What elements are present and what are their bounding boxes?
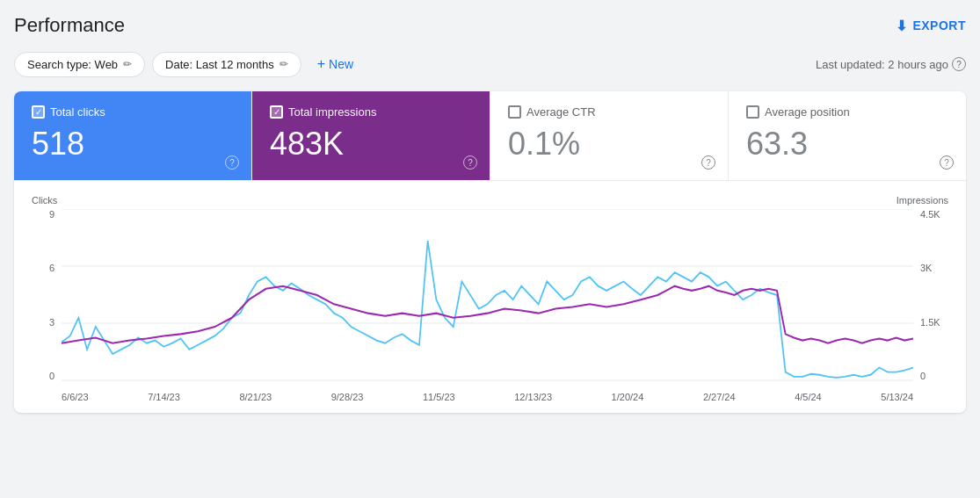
y-left-label: Clicks xyxy=(32,195,57,206)
average-ctr-checkbox[interactable] xyxy=(508,105,521,119)
chart-axis-labels: Clicks Impressions xyxy=(32,195,948,206)
average-ctr-label: Average CTR xyxy=(526,105,596,119)
date-filter[interactable]: Date: Last 12 months ✏ xyxy=(152,52,301,77)
plus-icon: + xyxy=(317,56,325,72)
total-impressions-value: 483K xyxy=(270,126,472,162)
metric-tile-total-clicks[interactable]: Total clicks 518 ? xyxy=(14,91,252,180)
metric-tile-average-position[interactable]: Average position 63.3 ? xyxy=(729,91,966,180)
export-icon: ⬇ xyxy=(896,18,908,34)
metric-tile-average-ctr[interactable]: Average CTR 0.1% ? xyxy=(490,91,729,180)
help-icon-updated[interactable]: ? xyxy=(952,57,966,71)
total-impressions-label: Total impressions xyxy=(288,105,376,119)
page-header: Performance ⬇ EXPORT xyxy=(14,14,966,37)
y-axis-left: 9 6 3 0 xyxy=(32,209,58,381)
y-axis-right: 4.5K 3K 1.5K 0 xyxy=(917,209,948,381)
date-label: Date: Last 12 months xyxy=(165,58,274,71)
chart-area: Clicks Impressions 9 6 3 0 4.5K 3K 1.5K … xyxy=(14,181,966,413)
edit-date-icon: ✏ xyxy=(279,58,288,70)
edit-search-type-icon: ✏ xyxy=(123,58,132,70)
total-clicks-value: 518 xyxy=(32,126,234,162)
average-position-value: 63.3 xyxy=(746,126,948,162)
new-label: New xyxy=(329,57,353,71)
total-clicks-help-icon[interactable]: ? xyxy=(225,155,239,170)
total-impressions-checkbox[interactable] xyxy=(270,105,283,119)
total-clicks-label: Total clicks xyxy=(50,105,105,119)
x-axis: 6/6/23 7/14/23 8/21/23 9/28/23 11/5/23 1… xyxy=(62,385,913,402)
y-right-label: Impressions xyxy=(897,195,948,206)
search-type-filter[interactable]: Search type: Web ✏ xyxy=(14,52,145,77)
export-label: EXPORT xyxy=(912,18,966,32)
search-type-label: Search type: Web xyxy=(27,58,118,71)
metrics-row: Total clicks 518 ? Total impressions 483… xyxy=(14,91,966,181)
last-updated: Last updated: 2 hours ago ? xyxy=(816,57,966,71)
average-position-label: Average position xyxy=(765,105,850,119)
average-ctr-value: 0.1% xyxy=(508,126,710,162)
chart-svg xyxy=(62,209,913,381)
total-impressions-help-icon[interactable]: ? xyxy=(463,155,477,170)
metric-tile-total-impressions[interactable]: Total impressions 483K ? xyxy=(252,91,490,180)
average-ctr-help-icon[interactable]: ? xyxy=(701,155,715,170)
average-position-checkbox[interactable] xyxy=(746,105,759,119)
chart-container: 9 6 3 0 4.5K 3K 1.5K 0 xyxy=(32,209,948,402)
filter-bar: Search type: Web ✏ Date: Last 12 months … xyxy=(14,51,966,77)
main-card: Total clicks 518 ? Total impressions 483… xyxy=(14,91,966,413)
total-clicks-checkbox[interactable] xyxy=(32,105,45,119)
new-button[interactable]: + New xyxy=(309,51,362,77)
export-button[interactable]: ⬇ EXPORT xyxy=(896,18,966,34)
average-position-help-icon[interactable]: ? xyxy=(940,155,954,170)
page-title: Performance xyxy=(14,14,125,37)
